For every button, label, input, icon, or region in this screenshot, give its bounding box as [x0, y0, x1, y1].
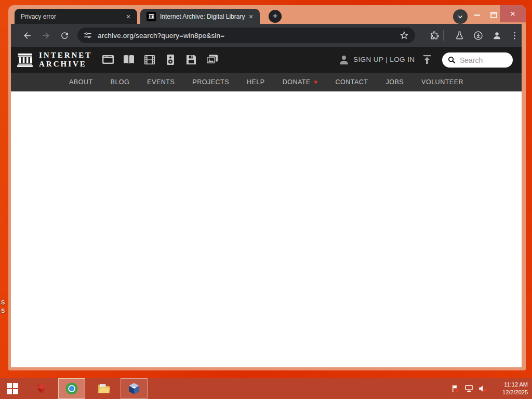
wordmark-line1: INTERNET — [39, 51, 92, 60]
window-body: archive.org/search?query=win8pe&sin= — [11, 24, 522, 367]
start-button[interactable] — [0, 378, 25, 399]
chrome-icon — [65, 382, 78, 395]
browser-window: Privacy error × Internet Archive: Digita… — [8, 5, 526, 370]
nav-contact[interactable]: CONTACT — [335, 78, 368, 86]
extensions-button[interactable] — [429, 30, 440, 41]
virtualbox-icon — [127, 382, 141, 395]
search-input[interactable] — [460, 56, 507, 64]
new-tab-button[interactable]: + — [269, 10, 282, 23]
archive-nav-bar: ABOUT BLOG EVENTS PROJECTS HELP DONATE ♥… — [11, 73, 522, 91]
site-settings-icon[interactable] — [84, 31, 92, 39]
internet-archive-favicon-icon — [147, 12, 156, 21]
maximize-button[interactable] — [486, 8, 501, 22]
profile-button[interactable] — [491, 30, 502, 41]
web-icon[interactable] — [101, 54, 115, 66]
minimize-button[interactable] — [470, 8, 484, 22]
desktop-icon-label-fragment: S — [1, 299, 5, 305]
back-arrow-icon — [22, 31, 32, 41]
forward-button[interactable] — [40, 30, 51, 41]
red-app-icon — [35, 382, 48, 395]
maximize-icon — [490, 12, 497, 18]
minimize-icon — [474, 15, 480, 16]
archive-search-box[interactable] — [442, 52, 513, 68]
network-icon[interactable] — [464, 384, 474, 393]
empty-search-results-area — [11, 91, 522, 367]
tab-strip: Privacy error × Internet Archive: Digita… — [8, 5, 526, 24]
taskbar-clock[interactable]: 11:12 AM 12/2/2025 — [491, 381, 528, 396]
tab-privacy-error[interactable]: Privacy error × — [15, 9, 137, 24]
volume-muted-icon[interactable] — [478, 384, 487, 393]
puzzle-icon — [430, 31, 440, 41]
nav-help[interactable]: HELP — [247, 78, 265, 86]
clock-date: 12/2/2025 — [491, 389, 528, 396]
nav-jobs[interactable]: JOBS — [385, 78, 404, 86]
url-bar[interactable]: archive.org/search?query=win8pe&sin= — [77, 28, 415, 43]
close-icon: × — [510, 9, 515, 19]
upload-icon[interactable] — [421, 54, 433, 66]
audio-icon[interactable] — [164, 54, 177, 66]
page-content: INTERNET ARCHIVE — [11, 47, 522, 367]
reload-icon — [60, 31, 70, 41]
nav-projects[interactable]: PROJECTS — [192, 78, 229, 86]
tab-search-button[interactable] — [453, 9, 468, 24]
texts-icon[interactable] — [122, 54, 136, 66]
wordmark-line2: ARCHIVE — [39, 60, 92, 69]
video-icon[interactable] — [143, 54, 156, 66]
folder-icon — [97, 382, 111, 395]
window-close-button[interactable]: × — [500, 5, 526, 22]
back-button[interactable] — [21, 30, 33, 41]
reload-button[interactable] — [59, 30, 70, 41]
nav-blog[interactable]: BLOG — [111, 78, 130, 86]
nav-volunteer[interactable]: VOLUNTEER — [421, 78, 463, 86]
donate-heart-icon: ♥ — [314, 78, 318, 86]
browser-toolbar: archive.org/search?query=win8pe&sin= — [11, 24, 522, 47]
windows-logo-icon — [7, 383, 18, 394]
toolbar-divider — [443, 30, 444, 41]
taskbar-app-red-icon[interactable] — [29, 378, 54, 399]
close-icon[interactable]: × — [124, 12, 133, 21]
tab-title: Privacy error — [21, 13, 124, 20]
nav-donate-label: DONATE — [283, 78, 311, 86]
taskbar: 11:12 AM 12/2/2025 — [0, 378, 532, 399]
download-icon — [473, 31, 483, 41]
profile-icon — [492, 31, 502, 41]
nav-about[interactable]: ABOUT — [69, 78, 93, 86]
signup-login-link[interactable]: SIGN UP | LOG IN — [353, 56, 415, 63]
images-icon[interactable] — [205, 54, 219, 66]
bookmark-star-icon[interactable] — [400, 31, 409, 40]
action-center-flag-icon[interactable] — [451, 384, 460, 393]
chevron-down-icon — [457, 13, 464, 20]
flask-icon — [455, 31, 464, 41]
nav-events[interactable]: EVENTS — [147, 78, 175, 86]
search-icon — [447, 56, 456, 64]
taskbar-virtualbox-button[interactable] — [121, 378, 148, 399]
taskbar-file-explorer-button[interactable] — [91, 378, 116, 399]
taskbar-browser-button[interactable] — [58, 378, 85, 399]
internet-archive-wordmark[interactable]: INTERNET ARCHIVE — [39, 51, 92, 69]
browser-menu-button[interactable] — [509, 30, 520, 41]
software-icon[interactable] — [184, 54, 198, 66]
downloads-button[interactable] — [472, 30, 484, 41]
tab-internet-archive[interactable]: Internet Archive: Digital Library × — [140, 9, 260, 24]
forward-arrow-icon — [41, 31, 51, 41]
clock-time: 11:12 AM — [491, 381, 528, 389]
internet-archive-header: INTERNET ARCHIVE — [11, 47, 522, 73]
url-text: archive.org/search?query=win8pe&sin= — [98, 32, 224, 39]
desktop-icon-label-fragment: S — [1, 308, 5, 314]
nav-donate[interactable]: DONATE ♥ — [283, 78, 318, 86]
three-dot-menu-icon — [510, 31, 520, 41]
tab-title: Internet Archive: Digital Library — [160, 13, 246, 20]
close-icon[interactable]: × — [246, 12, 256, 21]
labs-button[interactable] — [454, 30, 465, 41]
internet-archive-logo-icon[interactable] — [16, 51, 34, 69]
user-icon — [338, 54, 350, 66]
